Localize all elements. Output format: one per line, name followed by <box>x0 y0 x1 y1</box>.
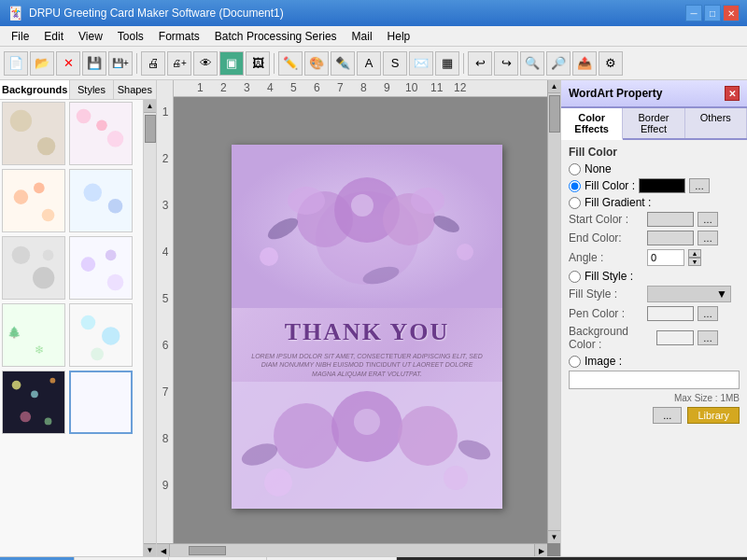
fill-gradient-radio[interactable] <box>569 197 581 209</box>
dots-button[interactable]: ... <box>653 407 682 424</box>
tab-color-effects[interactable]: Color Effects <box>561 108 623 140</box>
scroll-left-canvas[interactable]: ◀ <box>157 544 170 556</box>
new-button[interactable]: 📄 <box>4 51 28 76</box>
save-button[interactable]: 💾 <box>82 51 106 76</box>
svg-point-1 <box>10 110 32 132</box>
draw-button[interactable]: ✒️ <box>331 51 355 76</box>
close-button[interactable]: ✕ <box>723 5 740 21</box>
tab-styles[interactable]: Styles <box>70 80 113 99</box>
undo-button[interactable]: ↩ <box>468 51 492 76</box>
thumb-5[interactable] <box>2 236 65 300</box>
maximize-button[interactable]: □ <box>704 5 721 21</box>
svg-point-19 <box>81 257 96 272</box>
end-color-row: End Color: … <box>569 231 740 245</box>
canvas-vertical-scrollbar[interactable]: ▲ ▼ <box>547 80 560 543</box>
tab-border-effect[interactable]: Border Effect <box>623 108 684 138</box>
export-button[interactable]: 📤 <box>572 51 597 76</box>
scroll-thumb-v[interactable] <box>549 95 560 133</box>
zoom-out-button[interactable]: 🔎 <box>546 51 571 76</box>
scroll-up-canvas[interactable]: ▲ <box>548 80 560 93</box>
thumb-9[interactable] <box>2 371 65 434</box>
pen-color-btn[interactable]: … <box>698 306 718 321</box>
menu-mail[interactable]: Mail <box>345 28 380 45</box>
scroll-thumb-h[interactable] <box>189 546 226 555</box>
panel-header: WordArt Property ✕ <box>561 80 747 108</box>
start-color-swatch[interactable] <box>647 212 694 227</box>
none-radio[interactable] <box>569 163 581 175</box>
fill-style-dropdown[interactable]: ▼ <box>647 286 731 302</box>
greeting-card[interactable]: THANK YOU LOREM IPSUM DOLOR SIT AMET, CO… <box>232 145 502 509</box>
image-button[interactable]: 🖼 <box>246 51 270 76</box>
svg-text:7: 7 <box>162 385 169 399</box>
print2-button[interactable]: 🖨+ <box>167 51 191 76</box>
library-button[interactable]: Library <box>687 407 740 424</box>
start-color-btn[interactable]: … <box>698 212 718 227</box>
menu-edit[interactable]: Edit <box>36 28 71 45</box>
end-color-swatch[interactable] <box>647 231 694 245</box>
canvas-horizontal-scrollbar[interactable]: ◀ ▶ <box>157 543 547 556</box>
menu-formats[interactable]: Formats <box>151 28 207 45</box>
pen-button[interactable]: ✏️ <box>278 51 303 76</box>
left-scrollbar[interactable]: ▲ ▼ <box>143 100 156 556</box>
print-button[interactable]: 🖨 <box>141 51 165 76</box>
menu-file[interactable]: File <box>4 28 36 45</box>
angle-down-btn[interactable]: ▼ <box>688 258 701 266</box>
menu-help[interactable]: Help <box>380 28 418 45</box>
scroll-up-button[interactable]: ▲ <box>144 100 156 113</box>
close-doc-button[interactable]: ✕ <box>56 51 80 76</box>
menu-batch[interactable]: Batch Processing Series <box>207 28 345 45</box>
end-color-btn[interactable]: … <box>698 231 718 245</box>
card-background: THANK YOU LOREM IPSUM DOLOR SIT AMET, CO… <box>232 145 502 509</box>
fill-color-radio[interactable] <box>569 180 581 192</box>
fill-color-swatch[interactable] <box>639 178 685 193</box>
scroll-down-button[interactable]: ▼ <box>144 543 156 556</box>
minimize-button[interactable]: ─ <box>685 5 702 21</box>
pen-color-swatch[interactable] <box>647 306 694 321</box>
fill-style-radio[interactable] <box>569 271 581 283</box>
card-top-flowers <box>232 145 502 309</box>
shape-button[interactable]: S <box>383 51 407 76</box>
dropdown-arrow: ▼ <box>716 287 727 301</box>
card-text-area: THANK YOU LOREM IPSUM DOLOR SIT AMET, CO… <box>232 309 502 388</box>
tab-others[interactable]: Others <box>685 108 747 138</box>
thumb-8[interactable] <box>69 303 133 367</box>
thumb-7[interactable]: 🌲❄ <box>2 303 65 367</box>
redo-button[interactable]: ↪ <box>494 51 518 76</box>
sep1 <box>136 53 137 74</box>
panel-close-button[interactable]: ✕ <box>725 86 740 101</box>
image-radio[interactable] <box>569 356 581 368</box>
scroll-right-canvas[interactable]: ▶ <box>534 544 547 556</box>
barcode-button[interactable]: ▦ <box>435 51 459 76</box>
thumb-4[interactable] <box>69 169 133 232</box>
preview-button[interactable]: 👁 <box>193 51 218 76</box>
thumb-3[interactable] <box>2 169 65 232</box>
scroll-down-canvas[interactable]: ▼ <box>548 530 560 543</box>
thumb-6[interactable] <box>69 236 133 300</box>
thumb-10[interactable] <box>69 371 133 434</box>
save-as-button[interactable]: 💾+ <box>108 51 133 76</box>
panel-tabs: Backgrounds Styles Shapes <box>0 80 156 100</box>
thumb-1[interactable] <box>2 102 65 165</box>
tab-shapes[interactable]: Shapes <box>114 80 156 99</box>
bg-color-swatch[interactable] <box>656 330 694 345</box>
angle-up-btn[interactable]: ▲ <box>688 249 701 258</box>
scroll-thumb[interactable] <box>145 115 156 143</box>
mail-button[interactable]: ✉️ <box>409 51 433 76</box>
left-panel: Backgrounds Styles Shapes <box>0 80 157 556</box>
image-path-input[interactable] <box>569 371 740 389</box>
svg-text:5: 5 <box>290 81 297 94</box>
green-btn[interactable]: ▣ <box>219 51 244 76</box>
open-button[interactable]: 📂 <box>30 51 54 76</box>
thumb-2[interactable] <box>69 102 133 165</box>
svg-point-69 <box>260 247 278 266</box>
settings-button[interactable]: ⚙ <box>599 51 623 76</box>
color-button[interactable]: 🎨 <box>304 51 329 76</box>
bg-color-btn[interactable]: … <box>698 330 718 345</box>
text-button[interactable]: A <box>357 51 381 76</box>
zoom-in-button[interactable]: 🔍 <box>520 51 544 76</box>
tab-backgrounds[interactable]: Backgrounds <box>0 80 70 99</box>
fill-color-picker-btn[interactable]: … <box>689 178 710 193</box>
angle-input[interactable] <box>647 249 684 266</box>
menu-tools[interactable]: Tools <box>110 28 151 45</box>
menu-view[interactable]: View <box>71 28 110 45</box>
